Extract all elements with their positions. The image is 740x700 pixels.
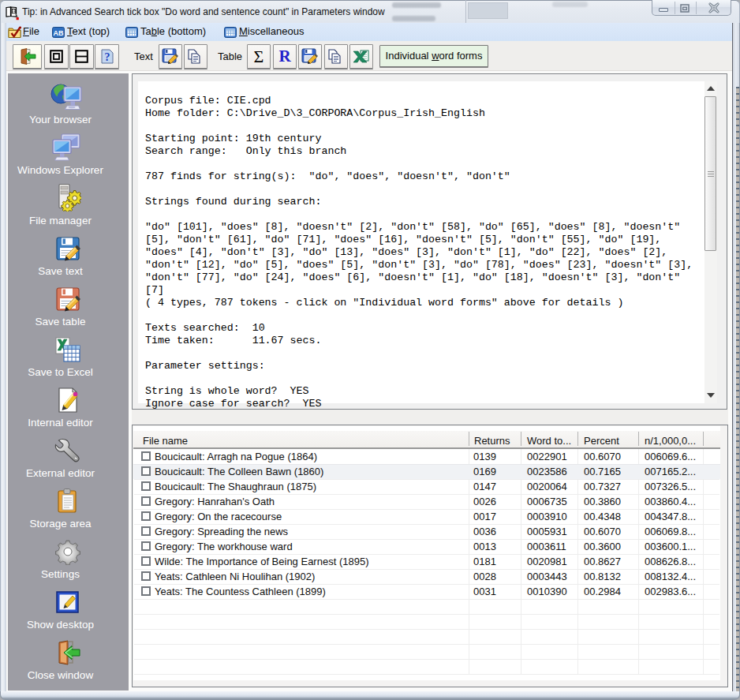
svg-text:?: ? [105, 51, 110, 63]
svg-text:AB: AB [54, 29, 64, 37]
